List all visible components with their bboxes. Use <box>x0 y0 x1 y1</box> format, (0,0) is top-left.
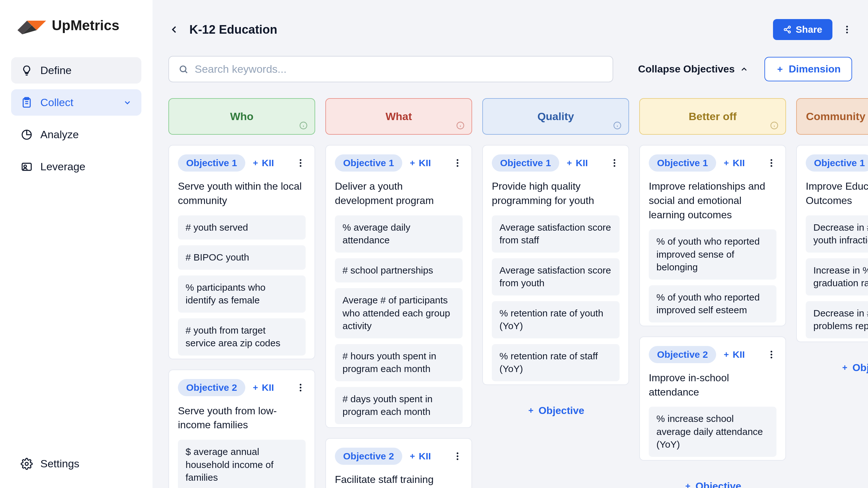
add-objective-button[interactable]: Objective <box>482 395 629 426</box>
more-icon[interactable] <box>453 451 463 461</box>
svg-point-34 <box>300 387 301 388</box>
info-icon[interactable] <box>456 121 465 130</box>
more-icon[interactable] <box>766 349 776 360</box>
metric-item[interactable]: Average satisfaction score from staff <box>492 215 620 252</box>
nav-label: Leverage <box>40 160 86 173</box>
nav-define[interactable]: Define <box>11 57 142 84</box>
metric-item[interactable]: # school partnerships <box>335 258 463 283</box>
more-icon[interactable] <box>766 158 776 168</box>
column-header[interactable]: Quality <box>482 98 629 135</box>
metric-item[interactable]: # hours youth spent in program each mont… <box>335 344 463 381</box>
add-kii-button[interactable]: KII <box>565 158 588 169</box>
column-header[interactable]: Who <box>168 98 315 135</box>
more-icon[interactable] <box>296 158 306 168</box>
more-icon[interactable] <box>296 383 306 393</box>
nav-collect[interactable]: Collect <box>11 89 142 116</box>
metric-item[interactable]: Average satisfaction score from youth <box>492 258 620 296</box>
objective-card[interactable]: Objective 1KIIImprove Educational Outcom… <box>796 145 868 342</box>
collapse-objectives-toggle[interactable]: Collapse Objectives <box>638 63 748 75</box>
add-kii-button[interactable]: KII <box>409 451 431 462</box>
chevron-left-icon[interactable] <box>168 24 180 35</box>
svg-point-46 <box>457 452 458 454</box>
share-icon <box>783 25 792 34</box>
nav-label: Define <box>40 64 71 77</box>
svg-point-19 <box>180 66 186 71</box>
svg-point-29 <box>300 162 301 163</box>
objective-card[interactable]: Objective 2KIIServe youth from low-incom… <box>168 369 315 488</box>
objective-card[interactable]: Objective 2KIIFacilitate staff training <box>326 438 472 488</box>
column-header[interactable]: Community Contribution <box>796 98 868 135</box>
add-kii-button[interactable]: KII <box>722 158 745 169</box>
search-input[interactable] <box>195 63 603 75</box>
metric-item[interactable]: % retention rate of staff (YoY) <box>492 344 620 381</box>
column-comm: Community ContributionObjective 1KIIImpr… <box>796 98 868 488</box>
objective-card[interactable]: Objective 1KIIServe youth within the loc… <box>168 145 315 359</box>
metric-item[interactable]: % of youth who reported improved self es… <box>649 285 776 323</box>
share-button[interactable]: Share <box>773 19 832 40</box>
metric-item[interactable]: # days youth spent in program each month <box>335 387 463 424</box>
svg-point-66 <box>771 165 772 167</box>
objective-chip[interactable]: Objective 1 <box>335 154 402 172</box>
add-kii-button[interactable]: KII <box>252 382 274 393</box>
objective-card[interactable]: Objective 2KIIImprove in-school attendan… <box>639 336 786 461</box>
more-icon[interactable] <box>609 158 620 168</box>
svg-point-13 <box>788 31 790 33</box>
person-card-icon <box>21 161 33 173</box>
svg-point-47 <box>457 455 458 457</box>
objective-chip[interactable]: Objective 1 <box>806 154 868 172</box>
more-icon[interactable] <box>842 25 852 35</box>
info-icon[interactable] <box>613 121 621 130</box>
metrics-list: % average daily attendance# school partn… <box>335 215 463 424</box>
objective-chip[interactable]: Objective 1 <box>492 154 559 172</box>
svg-point-12 <box>784 29 786 31</box>
nav-settings[interactable]: Settings <box>11 451 142 477</box>
add-objective-label: Objective <box>695 480 741 488</box>
column-quality: QualityObjective 1KIIProvide high qualit… <box>482 98 629 488</box>
add-objective-label: Objective <box>852 362 868 374</box>
svg-point-16 <box>846 26 848 27</box>
metric-item[interactable]: # BIPOC youth <box>178 245 306 270</box>
add-kii-button[interactable]: KII <box>252 158 274 169</box>
add-kii-button[interactable]: KII <box>409 158 431 169</box>
nav-analyze[interactable]: Analyze <box>11 121 142 148</box>
metric-item[interactable]: % of youth who reported improved sense o… <box>649 230 776 280</box>
objective-chip[interactable]: Objective 1 <box>649 154 716 172</box>
objective-chip[interactable]: Objective 1 <box>178 154 245 172</box>
svg-point-9 <box>24 165 26 167</box>
metric-item[interactable]: % participants who identify as female <box>178 275 306 313</box>
metric-item[interactable]: Decrease in # discipline problems report… <box>806 301 868 338</box>
info-icon[interactable] <box>770 121 778 130</box>
metric-item[interactable]: $ average annual household income of fam… <box>178 440 306 488</box>
objective-card[interactable]: Objective 1KIIImprove relationships and … <box>639 145 786 326</box>
metric-item[interactable]: Average # of participants who attended e… <box>335 288 463 338</box>
svg-point-48 <box>457 458 458 460</box>
card-header: Objective 1KII <box>492 154 620 172</box>
column-header[interactable]: Better off <box>639 98 786 135</box>
objective-title: Deliver a youth development program <box>335 179 463 208</box>
info-icon[interactable] <box>299 121 308 130</box>
objective-chip[interactable]: Objective 2 <box>649 346 716 363</box>
add-objective-button[interactable]: Objective <box>639 471 786 488</box>
plus-icon <box>527 407 535 414</box>
column-header[interactable]: What <box>326 98 472 135</box>
objective-chip[interactable]: Objective 2 <box>335 448 402 465</box>
gear-icon <box>21 458 33 470</box>
metric-item[interactable]: Increase in % high school graduation rat… <box>806 258 868 296</box>
objective-card[interactable]: Objective 1KIIDeliver a youth developmen… <box>326 145 472 428</box>
objective-card[interactable]: Objective 1KIIProvide high quality progr… <box>482 145 629 385</box>
metric-item[interactable]: # youth served <box>178 215 306 240</box>
metric-item[interactable]: % retention rate of youth (YoY) <box>492 301 620 338</box>
kii-label: KII <box>262 382 274 393</box>
objective-chip[interactable]: Objective 2 <box>178 379 245 396</box>
metric-item[interactable]: % average daily attendance <box>335 215 463 252</box>
add-kii-button[interactable]: KII <box>722 349 745 360</box>
metric-item[interactable]: % increase school average daily attendan… <box>649 407 776 457</box>
objective-title: Serve youth from low-income families <box>178 404 306 432</box>
more-icon[interactable] <box>453 158 463 168</box>
search-box[interactable] <box>168 56 613 82</box>
add-objective-button[interactable]: Objective <box>796 352 868 383</box>
metric-item[interactable]: # youth from target service area zip cod… <box>178 318 306 356</box>
metric-item[interactable]: Decrease in # delinquent youth infractio… <box>806 215 868 252</box>
add-dimension-button[interactable]: Dimension <box>765 57 852 81</box>
nav-leverage[interactable]: Leverage <box>11 153 142 180</box>
